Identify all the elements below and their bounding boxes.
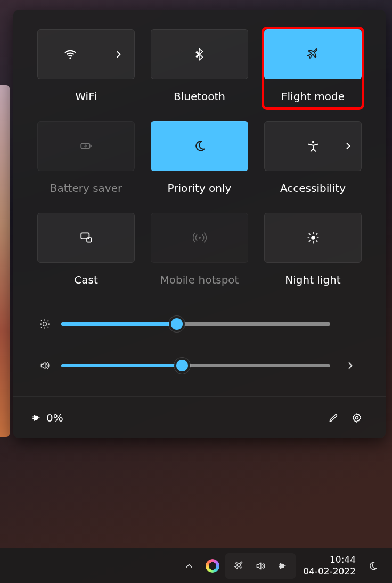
brightness-slider[interactable] <box>61 322 330 326</box>
battery-plug-icon <box>276 561 287 571</box>
tile-priority-only-label: Priority only <box>168 182 232 195</box>
chevron-right-icon <box>343 141 354 151</box>
chevron-up-icon <box>184 561 194 571</box>
tray-volume-icon[interactable] <box>250 555 271 577</box>
tile-priority-only-wrap: Priority only <box>149 119 250 196</box>
moon-icon <box>193 139 207 153</box>
night-light-icon <box>306 231 320 245</box>
tile-wifi-expand[interactable] <box>103 30 134 79</box>
tile-hotspot[interactable] <box>151 213 248 263</box>
copilot-icon <box>206 559 219 573</box>
tile-hotspot-wrap: Mobile hotspot <box>149 211 250 288</box>
chevron-right-icon <box>113 49 124 60</box>
volume-expand-button[interactable] <box>340 360 361 371</box>
taskbar: 10:44 04-02-2022 <box>0 548 392 583</box>
tile-wifi-toggle[interactable] <box>38 30 103 79</box>
bluetooth-icon <box>193 47 207 61</box>
tile-wifi[interactable] <box>37 29 135 79</box>
settings-button[interactable] <box>345 406 369 430</box>
quick-settings-footer: 0% <box>13 396 386 438</box>
volume-slider-fill <box>61 364 182 367</box>
cast-icon <box>79 231 93 245</box>
quick-settings-tiles: WiFi Bluetooth Flight mode Battery saver <box>36 28 363 288</box>
tile-flight-mode-wrap: Flight mode <box>263 28 363 109</box>
quick-settings-panel: WiFi Bluetooth Flight mode Battery saver <box>13 10 386 438</box>
battery-saver-icon <box>79 139 93 153</box>
desktop-wallpaper-peek <box>0 85 10 437</box>
tile-night-light[interactable] <box>264 213 362 263</box>
tile-night-light-wrap: Night light <box>263 211 363 288</box>
taskbar-clock[interactable]: 10:44 04-02-2022 <box>303 554 356 577</box>
tile-bluetooth-wrap: Bluetooth <box>149 28 250 104</box>
airplane-icon <box>306 47 320 61</box>
brightness-icon <box>38 319 52 329</box>
tile-battery-saver[interactable] <box>37 121 135 171</box>
tile-flight-mode-label: Flight mode <box>281 90 345 103</box>
tile-cast-wrap: Cast <box>36 211 136 288</box>
tray-overflow-button[interactable] <box>178 555 200 577</box>
tile-battery-saver-label: Battery saver <box>50 182 122 195</box>
volume-slider-row <box>38 360 361 371</box>
gear-icon <box>352 412 362 423</box>
tile-accessibility-wrap: Accessibility <box>263 119 363 196</box>
volume-icon <box>38 360 52 371</box>
battery-status[interactable]: 0% <box>30 411 63 424</box>
tray-system-icons[interactable] <box>225 553 296 579</box>
tile-cast-label: Cast <box>74 273 97 286</box>
tray-copilot-button[interactable] <box>202 555 223 577</box>
accessibility-icon <box>306 139 320 153</box>
tile-bluetooth[interactable] <box>151 29 248 79</box>
battery-plug-icon <box>30 412 41 423</box>
moon-icon <box>368 561 378 571</box>
battery-percent-text: 0% <box>46 411 63 424</box>
wifi-icon <box>63 47 77 61</box>
volume-slider[interactable] <box>61 364 330 367</box>
brightness-slider-thumb[interactable] <box>171 318 183 330</box>
edit-quick-settings-button[interactable] <box>322 406 345 430</box>
tile-accessibility[interactable] <box>264 121 362 171</box>
volume-icon <box>255 561 266 571</box>
tile-night-light-label: Night light <box>285 273 340 286</box>
tile-cast[interactable] <box>37 213 135 263</box>
hotspot-icon <box>193 231 207 245</box>
taskbar-date: 04-02-2022 <box>303 566 356 577</box>
tile-hotspot-label: Mobile hotspot <box>160 273 239 286</box>
brightness-slider-row <box>38 319 361 329</box>
tile-battery-saver-wrap: Battery saver <box>36 119 136 196</box>
taskbar-focus-assist[interactable] <box>363 556 382 576</box>
tile-wifi-label: WiFi <box>75 90 97 103</box>
airplane-icon <box>234 561 244 571</box>
tray-flight-mode-icon[interactable] <box>228 555 250 577</box>
tile-priority-only[interactable] <box>151 121 248 171</box>
volume-slider-thumb[interactable] <box>176 360 188 371</box>
tile-bluetooth-label: Bluetooth <box>174 90 225 103</box>
brightness-slider-fill <box>61 322 177 326</box>
sliders-section <box>36 319 363 371</box>
chevron-right-icon <box>345 360 356 371</box>
tile-accessibility-label: Accessibility <box>280 182 346 195</box>
tile-flight-mode[interactable] <box>264 29 362 79</box>
pencil-icon <box>328 412 339 423</box>
tray-battery-icon[interactable] <box>271 555 292 577</box>
taskbar-time: 10:44 <box>330 554 356 565</box>
tile-wifi-wrap: WiFi <box>36 28 136 104</box>
